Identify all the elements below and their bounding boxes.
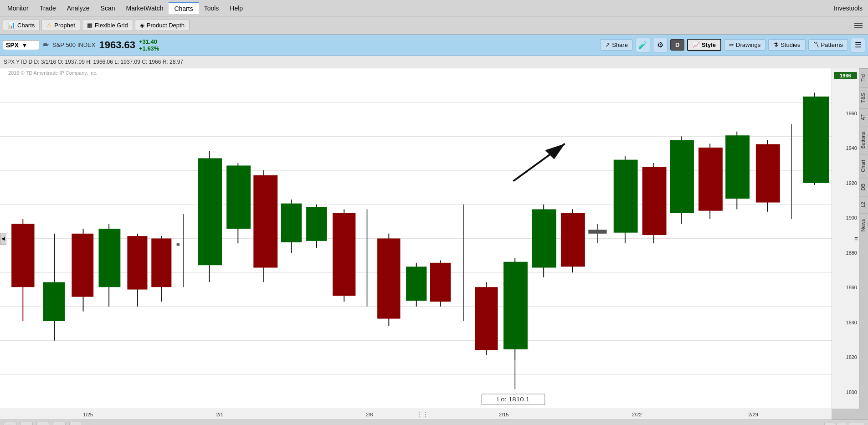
- symbol-full-name: S&P 500 INDEX: [52, 41, 95, 48]
- menu-item-marketwatch[interactable]: MarketWatch: [120, 3, 169, 14]
- symbol-selector[interactable]: SPX ▼: [3, 40, 39, 50]
- zoom-out-btn[interactable]: 🔍: [4, 422, 16, 425]
- cursor-btn[interactable]: ↖: [53, 422, 66, 425]
- share-icon: ↗: [605, 41, 610, 48]
- date-label-21: 2/1: [216, 412, 223, 417]
- svg-rect-28: [253, 175, 277, 268]
- prophet-sub-btn[interactable]: ⚠ Prophet: [41, 20, 80, 31]
- chart-info-bar: SPX YTD D D: 3/1/16 O: 1937.09 H: 1966.0…: [0, 56, 868, 68]
- date-label-125: 1/25: [83, 412, 93, 417]
- axis-style-icon[interactable]: ≡: [854, 235, 858, 242]
- dropdown-arrow-icon: ▼: [21, 41, 28, 49]
- price-label-1840: 1840: [834, 320, 857, 325]
- menu-icon-btn[interactable]: ☰: [851, 38, 865, 52]
- period-btn[interactable]: D: [670, 39, 684, 51]
- hamburger-line-3: [854, 27, 863, 28]
- right-tab-ts[interactable]: T&S: [859, 87, 868, 108]
- svg-rect-51: [532, 209, 556, 267]
- symbol-change: +31.40 +1.63%: [139, 38, 159, 52]
- price-label-1860: 1860: [834, 285, 857, 290]
- svg-rect-57: [614, 160, 638, 233]
- charts-btn-label: Charts: [17, 22, 35, 29]
- main-area: ◀ 2016 © TD Ameritrade IP Company, Inc.: [0, 68, 868, 409]
- svg-rect-65: [725, 135, 750, 199]
- right-tab-at[interactable]: AT: [859, 108, 868, 126]
- product-depth-btn-label: Product Depth: [147, 22, 185, 29]
- menu-item-help[interactable]: Help: [224, 3, 248, 14]
- patterns-btn[interactable]: 〽 Patterns: [808, 39, 848, 51]
- right-tab-l2[interactable]: L2: [859, 196, 868, 213]
- left-expand-arrow[interactable]: ◀: [0, 233, 6, 245]
- drawings-btn[interactable]: ✏ Drawings: [724, 39, 765, 51]
- svg-rect-34: [333, 213, 355, 296]
- zoom-in-btn[interactable]: 🔍: [20, 422, 33, 425]
- style-btn[interactable]: 📈 Style: [687, 39, 721, 51]
- menu-item-monitor[interactable]: Monitor: [2, 3, 34, 14]
- right-tab-chart[interactable]: Chart: [859, 154, 868, 178]
- share-label: Share: [612, 41, 628, 48]
- nav-expand-btn[interactable]: ◀▶: [848, 423, 864, 425]
- crosshair-btn[interactable]: ✛: [69, 422, 82, 425]
- svg-rect-10: [11, 224, 34, 287]
- studies-btn[interactable]: ⚗ Studies: [768, 39, 805, 51]
- nav-right-btn[interactable]: ▶: [836, 423, 847, 425]
- symbol-bar: SPX ▼ ✏ S&P 500 INDEX 1963.63 +31.40 +1.…: [0, 35, 868, 56]
- charts-bar-icon: 📊: [8, 22, 15, 29]
- nav-left-btn[interactable]: ◀: [824, 423, 835, 425]
- svg-line-71: [513, 143, 565, 181]
- nav-arrows: ◀ ▶ ◀▶: [824, 423, 864, 425]
- price-label-1880: 1880: [834, 250, 857, 256]
- svg-rect-18: [127, 236, 147, 289]
- svg-rect-59: [642, 167, 667, 235]
- right-tab-news[interactable]: News: [859, 213, 868, 237]
- svg-rect-63: [699, 148, 723, 211]
- menu-item-analyze[interactable]: Analyze: [62, 3, 95, 14]
- app-title: Investools: [834, 5, 866, 12]
- hamburger-menu-btn[interactable]: [852, 20, 865, 31]
- svg-rect-53: [561, 213, 585, 266]
- date-axis: 1/25 2/1 2/8 2/15 2/22 2/29 ⋮⋮: [0, 409, 832, 420]
- flexible-grid-sub-btn[interactable]: ▦ Flexible Grid: [82, 20, 133, 31]
- symbol-price: 1963.63: [99, 39, 135, 51]
- depth-icon: ◈: [140, 22, 144, 29]
- chart-info-text: SPX YTD D D: 3/1/16 O: 1937.09 H: 1966.0…: [4, 59, 183, 65]
- product-depth-sub-btn[interactable]: ◈ Product Depth: [135, 20, 190, 31]
- gear-icon-btn[interactable]: ⚙: [653, 38, 668, 52]
- zoom-out-2-btn[interactable]: 🔍: [36, 422, 49, 425]
- style-icon: 📈: [693, 41, 700, 48]
- studies-icon: ⚗: [773, 41, 779, 48]
- price-label-1800: 1800: [834, 389, 857, 395]
- svg-rect-20: [151, 239, 171, 287]
- style-label: Style: [702, 41, 716, 48]
- chart-area[interactable]: 2016 © TD Ameritrade IP Company, Inc.: [0, 68, 832, 409]
- right-panel: Trd T&S AT Buttons Chart DB L2 News: [859, 68, 868, 409]
- share-btn[interactable]: ↗ Share: [600, 39, 633, 51]
- pencil-icon[interactable]: ✏: [43, 41, 49, 49]
- price-label-1940: 1940: [834, 145, 857, 151]
- menu-item-tools[interactable]: Tools: [199, 3, 225, 14]
- charts-sub-btn[interactable]: 📊 Charts: [3, 20, 40, 31]
- svg-rect-39: [406, 266, 426, 301]
- date-label-215: 2/15: [499, 412, 508, 417]
- menu-item-trade[interactable]: Trade: [34, 3, 62, 14]
- patterns-icon: 〽: [813, 41, 819, 48]
- price-label-1820: 1820: [834, 354, 857, 360]
- right-tab-db[interactable]: DB: [859, 178, 868, 196]
- menu-item-scan[interactable]: Scan: [95, 3, 121, 14]
- svg-rect-44: [475, 287, 498, 350]
- price-label-1900: 1900: [834, 215, 857, 220]
- flexible-grid-btn-label: Flexible Grid: [95, 22, 128, 29]
- svg-rect-32: [306, 207, 327, 241]
- right-tab-trd[interactable]: Trd: [859, 68, 868, 87]
- price-axis: 1966 1960 1940 1920 1900 1880 1860 1840 …: [832, 68, 859, 409]
- svg-rect-41: [430, 263, 451, 302]
- svg-rect-61: [670, 140, 694, 213]
- svg-rect-55: [588, 230, 606, 234]
- right-tab-buttons[interactable]: Buttons: [859, 126, 868, 154]
- date-label-28: 2/8: [366, 412, 373, 417]
- menu-item-charts[interactable]: Charts: [169, 2, 198, 14]
- drawings-icon: ✏: [729, 41, 734, 48]
- svg-rect-30: [281, 204, 302, 242]
- svg-rect-16: [98, 229, 120, 287]
- flask-icon-btn[interactable]: 🧪: [636, 38, 650, 52]
